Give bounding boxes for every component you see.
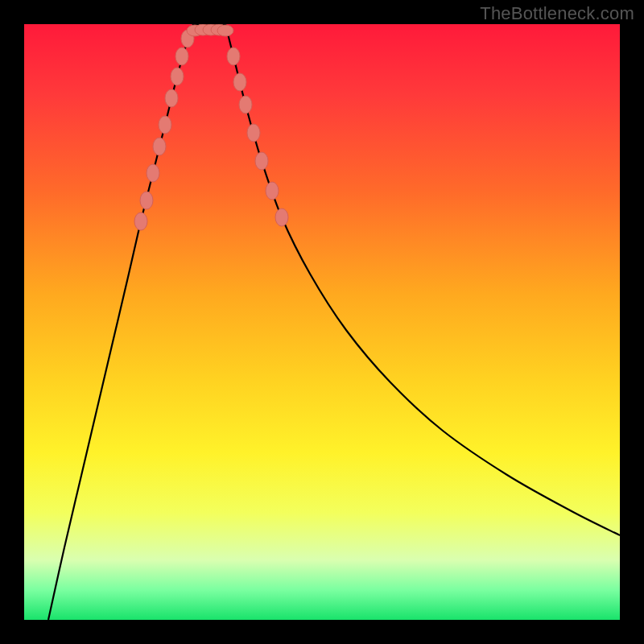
curve-left bbox=[48, 24, 193, 620]
data-marker bbox=[134, 213, 147, 230]
data-marker bbox=[227, 47, 240, 65]
data-marker bbox=[159, 116, 171, 134]
plot-area bbox=[24, 24, 620, 620]
data-marker bbox=[217, 25, 233, 36]
marker-group bbox=[134, 24, 288, 230]
data-marker bbox=[153, 138, 166, 155]
data-marker bbox=[239, 96, 252, 114]
chart-frame: TheBottleneck.com bbox=[0, 0, 644, 644]
data-marker bbox=[275, 208, 288, 226]
data-marker bbox=[147, 164, 159, 182]
data-marker bbox=[140, 192, 153, 209]
data-marker bbox=[175, 47, 188, 65]
watermark-text: TheBottleneck.com bbox=[480, 3, 634, 24]
data-marker bbox=[165, 89, 178, 107]
curves-svg bbox=[24, 24, 620, 620]
data-marker bbox=[233, 73, 246, 91]
data-marker bbox=[247, 124, 260, 142]
data-marker bbox=[266, 182, 279, 200]
curve-right bbox=[225, 24, 620, 535]
data-marker bbox=[171, 68, 184, 85]
data-marker bbox=[255, 152, 268, 170]
